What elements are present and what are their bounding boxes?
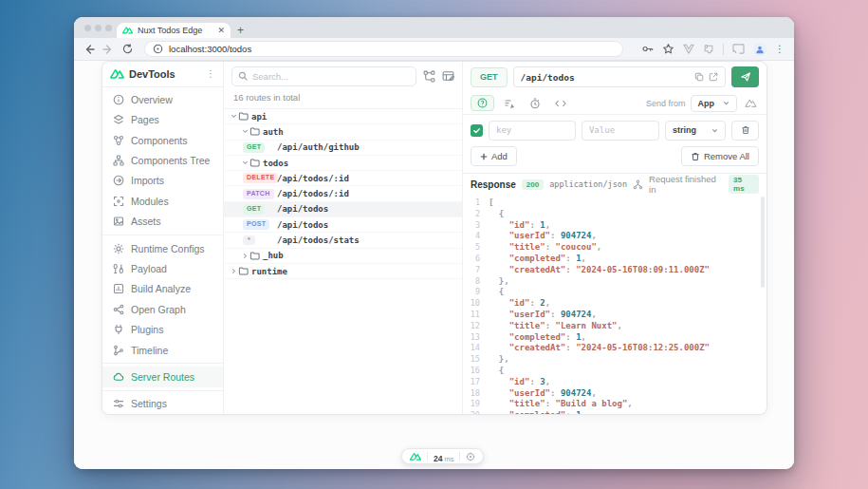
devtools-menu-icon[interactable]: ⋮: [206, 68, 215, 79]
sidebar-item-assets[interactable]: Assets: [102, 211, 223, 231]
sidebar-item-pages[interactable]: Pages: [102, 110, 223, 130]
bookmark-star-icon[interactable]: [662, 43, 674, 55]
route-folder-auth[interactable]: auth: [224, 124, 462, 140]
close-window-button[interactable]: [84, 25, 91, 31]
plug-icon: [112, 324, 124, 335]
page-load-time: 24ms: [434, 448, 453, 465]
param-enabled-checkbox[interactable]: [471, 124, 483, 137]
response-body[interactable]: 1[2 {3 "id": 1,4 "userId": 904724,5 "tit…: [463, 195, 766, 414]
modules-icon: [112, 196, 124, 207]
sidebar-item-components-tree[interactable]: Components Tree: [102, 150, 223, 170]
devtools-toggle-pill[interactable]: 24ms: [401, 448, 484, 464]
method-badge: GET: [243, 204, 265, 215]
window-controls[interactable]: [84, 25, 112, 31]
tab-query-params[interactable]: [471, 95, 494, 111]
back-icon[interactable]: [80, 44, 99, 55]
param-value-input[interactable]: [582, 121, 659, 141]
route-path: /api/todos/:id: [277, 174, 349, 183]
sidebar-item-open-graph[interactable]: Open Graph: [102, 299, 223, 319]
password-key-icon[interactable]: [641, 43, 654, 55]
site-info-icon[interactable]: [153, 44, 163, 54]
route-folder-todos[interactable]: todos: [224, 156, 462, 171]
minimize-window-button[interactable]: [95, 25, 102, 31]
forward-icon[interactable]: [99, 44, 118, 55]
sidebar-item-timeline[interactable]: Timeline: [102, 340, 223, 360]
sidebar-item-server-routes[interactable]: Server Routes: [102, 367, 223, 386]
open-external-icon[interactable]: [709, 72, 718, 82]
nuxt-app-target-icon[interactable]: [742, 99, 759, 107]
route-item[interactable]: POST /api/todos: [224, 217, 462, 233]
sidebar-item-modules[interactable]: Modules: [102, 191, 223, 211]
tree-view-toggle-icon[interactable]: [423, 70, 435, 83]
code-line: 8 },: [463, 276, 766, 288]
search-input[interactable]: [252, 71, 410, 82]
copy-icon[interactable]: [694, 72, 704, 82]
sidebar-item-imports[interactable]: Imports: [102, 171, 223, 191]
vue-devtools-icon[interactable]: [683, 44, 694, 54]
tab-strip: Nuxt Todos Edge ✕ +: [74, 17, 794, 38]
tab-timing-icon[interactable]: [525, 98, 545, 109]
param-type-select[interactable]: string: [665, 121, 726, 141]
sidebar-item-components[interactable]: Components: [102, 130, 223, 150]
address-bar[interactable]: localhost:3000/todos: [144, 41, 623, 57]
route-folder-hub[interactable]: _hub: [224, 249, 462, 264]
tab-headers-icon[interactable]: [499, 98, 520, 109]
request-url-box[interactable]: [513, 66, 726, 87]
analyze-icon: [112, 283, 124, 294]
sidebar-item-settings[interactable]: Settings: [102, 394, 223, 414]
sidebar-item-runtime-configs[interactable]: Runtime Configs: [102, 238, 223, 258]
browser-toolbar: localhost:3000/todos ⋮: [74, 38, 794, 61]
profile-avatar[interactable]: [753, 43, 766, 56]
route-item-selected[interactable]: GET /api/todos: [224, 202, 462, 217]
add-param-button[interactable]: Add: [471, 146, 517, 166]
maximize-window-button[interactable]: [105, 25, 112, 31]
request-method-chip[interactable]: GET: [471, 67, 508, 87]
tab-close-icon[interactable]: ✕: [217, 27, 225, 35]
divider: [102, 235, 223, 235]
sidebar-item-build-analyze[interactable]: Build Analyze: [102, 279, 223, 299]
param-key-input[interactable]: [489, 121, 576, 141]
code-line: 7 "createdAt": "2024-05-16T08:09:11.000Z…: [463, 265, 766, 276]
scrollbar-thumb[interactable]: [761, 197, 765, 288]
content-type-label: application/json: [549, 179, 627, 189]
extension-icon[interactable]: [703, 44, 714, 55]
route-path: /api/todos/stats: [277, 235, 360, 245]
browser-tab[interactable]: Nuxt Todos Edge ✕: [117, 23, 231, 38]
request-url-input[interactable]: [521, 72, 690, 83]
routes-search[interactable]: [231, 66, 416, 86]
tab-snippet-icon[interactable]: [550, 98, 571, 109]
duration-badge: 35 ms: [729, 175, 759, 194]
divider: [102, 390, 223, 391]
browser-menu-icon[interactable]: ⋮: [775, 44, 785, 54]
send-request-button[interactable]: [731, 66, 759, 87]
inspector-target-icon[interactable]: [466, 452, 475, 461]
method-badge: PATCH: [243, 189, 274, 199]
route-folder-runtime[interactable]: runtime: [224, 264, 462, 279]
sidebar-item-overview[interactable]: Overview: [102, 89, 223, 109]
send-from-label: Send from: [646, 99, 686, 108]
route-item[interactable]: * /api/todos/stats: [224, 233, 462, 248]
routes-column: 16 routes in total api auth GET /api/aut…: [224, 62, 463, 414]
route-item[interactable]: GET /api/auth/github: [224, 141, 462, 156]
reload-icon[interactable]: [118, 44, 137, 54]
code-line: 11 "userId": 904724,: [463, 310, 766, 321]
status-badge: 200: [522, 179, 544, 190]
send-from-select[interactable]: App: [691, 95, 738, 112]
json-tree-toggle-icon[interactable]: [633, 179, 643, 190]
new-tab-button[interactable]: +: [237, 23, 244, 38]
query-param-row: string: [463, 115, 766, 145]
folder-icon: [249, 126, 260, 137]
sidebar-item-payload[interactable]: Payload: [102, 258, 223, 278]
route-item[interactable]: DELETE /api/todos/:id: [224, 171, 462, 186]
route-folder-api[interactable]: api: [224, 109, 462, 124]
remove-all-button[interactable]: Remove All: [681, 146, 759, 166]
sidebar-item-plugins[interactable]: Plugins: [102, 319, 223, 339]
delete-param-button[interactable]: [731, 121, 759, 141]
code-editor-icon[interactable]: [442, 70, 454, 83]
chevron-right-icon: [229, 268, 238, 274]
finished-label: Request finished in: [649, 174, 723, 195]
code-line: 13 "completed": 1,: [463, 332, 766, 344]
route-item[interactable]: PATCH /api/todos/:id: [224, 186, 462, 201]
divider: [102, 86, 223, 87]
cast-icon[interactable]: [732, 44, 745, 54]
